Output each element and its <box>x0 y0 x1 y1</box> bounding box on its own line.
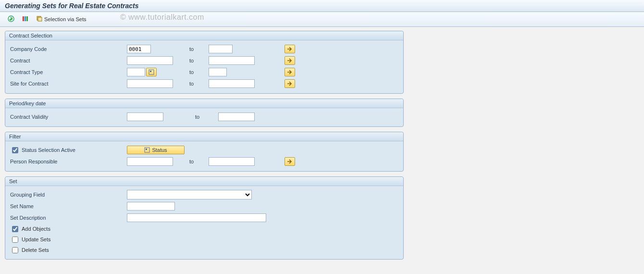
bars-colored-icon <box>22 15 29 24</box>
label-delete-sets: Delete Sets <box>22 247 49 253</box>
to-label: to <box>189 81 209 87</box>
contract-to-input[interactable] <box>209 56 255 65</box>
to-label: to <box>189 114 218 120</box>
update-sets-checkbox[interactable] <box>12 237 18 243</box>
to-label: to <box>189 159 209 164</box>
status-button-label: Status <box>152 147 167 153</box>
arrow-right-icon <box>287 81 293 86</box>
stack-icon <box>36 15 43 23</box>
group-contract-selection: Contract Selection Company Code to Contr… <box>5 31 404 94</box>
search-help-icon <box>149 69 154 75</box>
search-help-icon <box>144 147 150 153</box>
group-set: Set Grouping Field Set Name Set Descript… <box>5 176 404 260</box>
person-from-input[interactable] <box>127 157 173 166</box>
site-to-input[interactable] <box>209 79 255 88</box>
label-person-responsible: Person Responsible <box>9 159 127 164</box>
to-label: to <box>189 69 209 75</box>
multiple-selection-button[interactable] <box>285 79 295 88</box>
execute-button[interactable] <box>5 13 17 25</box>
contract-type-to-input[interactable] <box>209 68 227 76</box>
group-header: Period/key date <box>5 99 403 108</box>
arrow-right-icon <box>287 58 293 63</box>
arrow-right-icon <box>287 70 293 75</box>
label-update-sets: Update Sets <box>22 237 51 242</box>
status-button[interactable]: Status <box>127 146 185 154</box>
label-add-objects: Add Objects <box>22 226 50 232</box>
set-description-input[interactable] <box>127 213 266 222</box>
selection-via-sets-button[interactable]: Selection via Sets <box>34 14 88 25</box>
validity-to-input[interactable] <box>218 112 255 121</box>
grouping-field-select[interactable] <box>127 190 252 199</box>
svg-rect-1 <box>23 16 24 21</box>
search-help-button[interactable] <box>146 68 157 76</box>
site-from-input[interactable] <box>127 79 173 88</box>
svg-rect-5 <box>38 17 42 21</box>
contract-type-from-input[interactable] <box>127 68 145 76</box>
multiple-selection-button[interactable] <box>285 157 295 166</box>
label-status-selection-active: Status Selection Active <box>22 147 75 153</box>
to-label: to <box>189 46 209 52</box>
person-to-input[interactable] <box>209 157 255 166</box>
company-code-from-input[interactable] <box>127 45 151 53</box>
svg-rect-2 <box>25 16 26 21</box>
label-company-code: Company Code <box>9 46 127 52</box>
label-set-description: Set Description <box>9 215 127 221</box>
title-bar: Generating Sets for Real Estate Contract… <box>0 0 644 12</box>
contract-from-input[interactable] <box>127 56 173 65</box>
group-header: Set <box>5 177 403 186</box>
multiple-selection-button[interactable] <box>285 56 295 65</box>
arrow-right-icon <box>287 47 293 51</box>
svg-rect-7 <box>150 71 151 72</box>
watermark: © www.tutorialkart.com <box>120 13 204 22</box>
application-toolbar: Selection via Sets © www.tutorialkart.co… <box>0 12 644 27</box>
add-objects-checkbox[interactable] <box>12 226 18 232</box>
label-grouping-field: Grouping Field <box>9 192 127 198</box>
delete-sets-checkbox[interactable] <box>12 247 18 253</box>
validity-from-input[interactable] <box>127 112 163 121</box>
label-contract-validity: Contract Validity <box>9 114 127 120</box>
status-selection-active-checkbox[interactable] <box>12 147 18 153</box>
content-area: Contract Selection Company Code to Contr… <box>0 27 644 268</box>
multiple-selection-button[interactable] <box>285 45 295 53</box>
company-code-to-input[interactable] <box>209 45 233 53</box>
group-filter: Filter Status Selection Active Status Pe… <box>5 132 404 172</box>
svg-rect-9 <box>146 149 147 150</box>
set-name-input[interactable] <box>127 202 175 211</box>
clock-check-icon <box>7 15 15 24</box>
multiple-selection-button[interactable] <box>285 68 295 76</box>
label-contract: Contract <box>9 58 127 63</box>
to-label: to <box>189 58 209 63</box>
label-site: Site for Contract <box>9 81 127 87</box>
group-period: Period/key date Contract Validity to <box>5 99 404 127</box>
page-title: Generating Sets for Real Estate Contract… <box>5 2 639 10</box>
group-header: Filter <box>5 132 403 141</box>
label-contract-type: Contract Type <box>9 69 127 75</box>
variants-button[interactable] <box>19 13 32 25</box>
svg-rect-3 <box>26 16 28 21</box>
selection-via-sets-label: Selection via Sets <box>44 16 86 22</box>
group-header: Contract Selection <box>5 31 403 40</box>
label-set-name: Set Name <box>9 203 127 209</box>
arrow-right-icon <box>287 159 293 164</box>
